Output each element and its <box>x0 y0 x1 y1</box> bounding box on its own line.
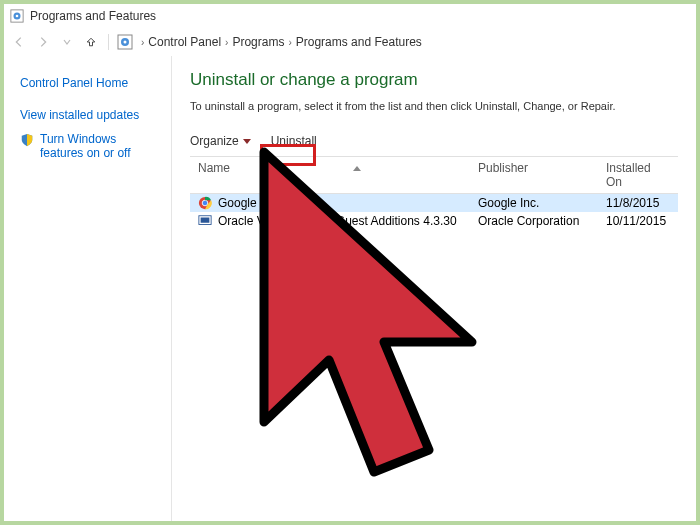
program-publisher: Google Inc. <box>470 194 598 212</box>
program-name: Oracle VM VirtualBox Guest Additions 4.3… <box>218 214 457 228</box>
column-header-installed-on[interactable]: Installed On <box>598 157 678 193</box>
chevron-right-icon: › <box>141 37 144 48</box>
column-header-name[interactable]: Name <box>190 157 470 193</box>
breadcrumb-icon <box>117 34 133 50</box>
svg-point-5 <box>124 41 127 44</box>
recent-dropdown[interactable] <box>58 33 76 51</box>
svg-point-2 <box>16 15 19 18</box>
program-installed-on: 10/11/2015 <box>598 212 678 230</box>
table-row[interactable]: Google Chrome Google Inc. 11/8/2015 <box>190 194 678 212</box>
toolbar: Organize Uninstall <box>190 128 678 156</box>
separator <box>108 34 109 50</box>
sidebar: Control Panel Home View installed update… <box>4 56 172 521</box>
control-panel-home-link[interactable]: Control Panel Home <box>20 76 161 90</box>
sidebar-item-windows-features[interactable]: Turn Windows features on or off <box>20 132 161 160</box>
titlebar: Programs and Features <box>4 4 696 28</box>
sort-asc-icon <box>353 166 361 171</box>
programs-table: Name Publisher Installed On Google Chrom… <box>190 156 678 230</box>
uninstall-button[interactable]: Uninstall <box>263 132 325 150</box>
chevron-down-icon <box>243 139 251 144</box>
vbox-icon <box>198 214 212 228</box>
program-name: Google Chrome <box>218 196 303 210</box>
column-header-publisher[interactable]: Publisher <box>470 157 598 193</box>
window: Programs and Features › Control Panel › <box>4 4 696 521</box>
organize-label: Organize <box>190 134 239 148</box>
shield-icon <box>20 133 34 147</box>
page-title: Uninstall or change a program <box>190 70 678 90</box>
organize-button[interactable]: Organize <box>190 134 251 148</box>
program-installed-on: 11/8/2015 <box>598 194 678 212</box>
chevron-right-icon: › <box>288 37 291 48</box>
address-bar: › Control Panel › Programs › Programs an… <box>4 28 696 56</box>
control-panel-icon <box>10 9 24 23</box>
sidebar-item-label: Turn Windows features on or off <box>40 132 161 160</box>
svg-rect-9 <box>201 218 210 223</box>
svg-point-7 <box>202 200 208 206</box>
table-header: Name Publisher Installed On <box>190 156 678 194</box>
main-panel: Uninstall or change a program To uninsta… <box>172 56 696 521</box>
sidebar-item-view-updates[interactable]: View installed updates <box>20 108 161 122</box>
program-publisher: Oracle Corporation <box>470 212 598 230</box>
up-button[interactable] <box>82 33 100 51</box>
breadcrumb-segment[interactable]: Programs <box>232 35 284 49</box>
breadcrumb-segment[interactable]: Control Panel <box>148 35 221 49</box>
titlebar-text: Programs and Features <box>30 9 156 23</box>
chevron-right-icon: › <box>225 37 228 48</box>
uninstall-label: Uninstall <box>271 134 317 148</box>
instruction-text: To uninstall a program, select it from t… <box>190 100 678 112</box>
table-row[interactable]: Oracle VM VirtualBox Guest Additions 4.3… <box>190 212 678 230</box>
breadcrumb-segment[interactable]: Programs and Features <box>296 35 422 49</box>
sidebar-item-label: View installed updates <box>20 108 139 122</box>
chrome-icon <box>198 196 212 210</box>
forward-button[interactable] <box>34 33 52 51</box>
back-button[interactable] <box>10 33 28 51</box>
breadcrumb[interactable]: › Control Panel › Programs › Programs an… <box>141 35 422 49</box>
